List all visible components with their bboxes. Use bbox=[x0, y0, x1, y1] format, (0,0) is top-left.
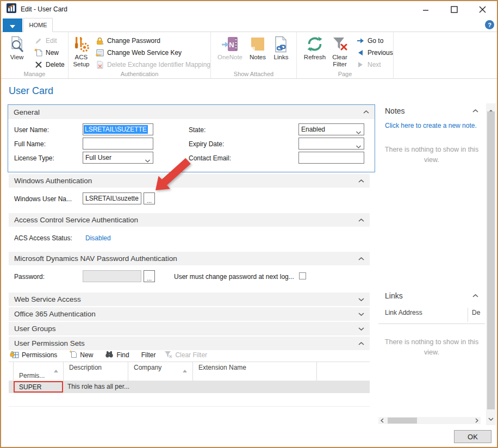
acs-setup-button[interactable]: ACS Setup bbox=[72, 34, 91, 68]
permissions-button[interactable]: Permissions bbox=[10, 350, 57, 360]
password-browse-button[interactable]: ... bbox=[144, 270, 155, 282]
expiry-date-label: Expiry Date: bbox=[189, 140, 224, 148]
password-lock-icon bbox=[95, 37, 104, 45]
edit-button[interactable]: Edit bbox=[34, 36, 65, 46]
delete-exchange-identifier-mapping-button[interactable]: Delete Exchange Identifier Mapping bbox=[95, 60, 210, 70]
refresh-icon bbox=[307, 35, 323, 53]
change-web-service-key-button[interactable]: Change Web Service Key bbox=[95, 48, 210, 58]
new-button[interactable]: New bbox=[34, 48, 65, 58]
links-horizontal-scrollbar[interactable] bbox=[378, 417, 481, 424]
license-type-label: License Type: bbox=[14, 154, 54, 162]
contact-email-input[interactable] bbox=[298, 152, 364, 164]
maximize-button[interactable] bbox=[447, 4, 461, 15]
delete-exchange-icon bbox=[95, 60, 104, 69]
find-button[interactable]: Find bbox=[105, 351, 129, 359]
close-button[interactable] bbox=[475, 4, 489, 15]
group-label-page: Page bbox=[297, 71, 393, 77]
ribbon: View Edit New Delete Manage bbox=[1, 32, 497, 79]
filter-button[interactable]: Filter bbox=[141, 351, 156, 359]
state-dropdown[interactable]: Enabled bbox=[298, 123, 364, 135]
window-title: Edit - User Card bbox=[21, 5, 67, 13]
next-button[interactable]: Next bbox=[356, 60, 393, 70]
acs-access-status-value[interactable]: Disabled bbox=[85, 234, 111, 242]
chevron-up-icon bbox=[358, 342, 364, 345]
permission-set-cell-highlighted[interactable]: SUPER bbox=[14, 381, 63, 393]
chevron-up-icon bbox=[358, 179, 364, 183]
license-type-dropdown[interactable]: Full User bbox=[83, 152, 153, 164]
permission-new-button[interactable]: New bbox=[69, 350, 93, 360]
sort-asc-icon bbox=[183, 366, 187, 375]
column-extension-name[interactable]: Extension Name bbox=[192, 362, 316, 381]
links-icon bbox=[274, 35, 288, 53]
view-button[interactable]: View bbox=[5, 34, 28, 61]
clear-filter-small-button[interactable]: Clear Filter bbox=[164, 351, 207, 360]
horizontal-scroll-thumb[interactable] bbox=[388, 418, 417, 424]
help-icon[interactable]: ? bbox=[485, 20, 494, 29]
must-change-password-label: User must change password at next log... bbox=[174, 273, 294, 281]
password-input[interactable] bbox=[83, 270, 141, 282]
user-permission-sets-header[interactable]: User Permission Sets bbox=[9, 337, 370, 350]
general-section-header[interactable]: General bbox=[8, 105, 375, 119]
group-label-show-attached: Show Attached bbox=[211, 71, 296, 77]
acs-access-status-label: ACS Access Status: bbox=[14, 234, 72, 242]
expiry-date-dropdown[interactable] bbox=[298, 138, 364, 150]
clear-filter-button[interactable]: Clear Filter bbox=[328, 34, 351, 68]
chevron-down-icon bbox=[356, 142, 361, 150]
previous-button[interactable]: Previous bbox=[356, 48, 393, 58]
column-description-truncated[interactable]: De bbox=[472, 309, 480, 316]
group-label-authentication: Authentication bbox=[69, 71, 210, 77]
must-change-password-checkbox[interactable] bbox=[299, 272, 306, 279]
go-to-arrow-icon bbox=[356, 38, 365, 44]
change-password-button[interactable]: Change Password bbox=[95, 36, 210, 46]
tab-home[interactable]: HOME bbox=[23, 18, 53, 32]
acs-authentication-header[interactable]: Access Control Service Authentication bbox=[9, 213, 370, 227]
ribbon-group-manage: View Edit New Delete Manage bbox=[1, 32, 69, 78]
titlebar: Edit - User Card bbox=[1, 1, 497, 17]
go-to-button[interactable]: Go to bbox=[356, 36, 393, 46]
windows-user-name-input[interactable]: LSRETAIL\suzette bbox=[83, 192, 141, 204]
find-binoculars-icon bbox=[105, 351, 114, 359]
new-document-icon bbox=[34, 48, 43, 57]
office-365-authentication-header[interactable]: Office 365 Authentication bbox=[9, 307, 370, 321]
create-note-link[interactable]: Click here to create a new note. bbox=[385, 122, 485, 129]
application-menu-button[interactable] bbox=[3, 18, 22, 32]
vertical-scrollbar[interactable] bbox=[486, 103, 496, 425]
vertical-scroll-thumb[interactable] bbox=[487, 111, 495, 409]
links-panel-header[interactable]: Links bbox=[378, 288, 485, 303]
windows-user-browse-button[interactable]: ... bbox=[144, 192, 155, 204]
chevron-left-icon[interactable] bbox=[381, 418, 384, 423]
ok-button[interactable]: OK bbox=[454, 430, 491, 443]
notes-button[interactable]: Notes bbox=[246, 34, 270, 61]
notes-empty-text: There is nothing to show in this view. bbox=[384, 145, 480, 165]
group-label-manage: Manage bbox=[1, 71, 68, 77]
column-description[interactable]: Description bbox=[63, 362, 128, 381]
windows-user-name-label: Windows User Na... bbox=[14, 195, 72, 203]
onenote-icon: N bbox=[221, 35, 239, 53]
column-company[interactable]: Company bbox=[128, 362, 192, 381]
user-groups-header[interactable]: User Groups bbox=[9, 322, 370, 335]
column-permission-set[interactable]: Permis... Set bbox=[13, 362, 63, 381]
page-title: User Card bbox=[9, 85, 53, 97]
onenote-button[interactable]: N OneNote bbox=[214, 34, 246, 61]
password-label: Password: bbox=[14, 273, 45, 281]
clear-filter-icon bbox=[332, 35, 348, 53]
delete-button[interactable]: Delete bbox=[34, 60, 65, 70]
permission-set-row[interactable]: SUPER This role has all per... bbox=[9, 381, 370, 393]
user-name-input[interactable]: LSRETAIL\SUZETTE bbox=[83, 123, 153, 135]
chevron-right-icon[interactable] bbox=[475, 418, 478, 423]
chevron-down-icon bbox=[358, 327, 364, 331]
full-name-input[interactable] bbox=[83, 138, 153, 150]
links-button[interactable]: Links bbox=[270, 34, 292, 61]
notes-panel-header[interactable]: Notes bbox=[378, 103, 485, 119]
chevron-up-icon bbox=[358, 219, 364, 222]
refresh-button[interactable]: Refresh bbox=[301, 34, 328, 61]
chevron-up-icon bbox=[472, 294, 478, 297]
chevron-down-icon[interactable] bbox=[488, 413, 494, 423]
web-service-access-header[interactable]: Web Service Access bbox=[9, 293, 370, 306]
column-link-address[interactable]: Link Address bbox=[385, 309, 422, 316]
ribbon-group-show-attached: N OneNote Notes Links Show Attached bbox=[211, 32, 297, 78]
minimize-button[interactable] bbox=[419, 4, 433, 15]
chevron-down-icon bbox=[358, 298, 364, 301]
column-divider bbox=[468, 308, 468, 322]
nav-password-authentication-header[interactable]: Microsoft Dynamics NAV Password Authenti… bbox=[9, 252, 370, 265]
